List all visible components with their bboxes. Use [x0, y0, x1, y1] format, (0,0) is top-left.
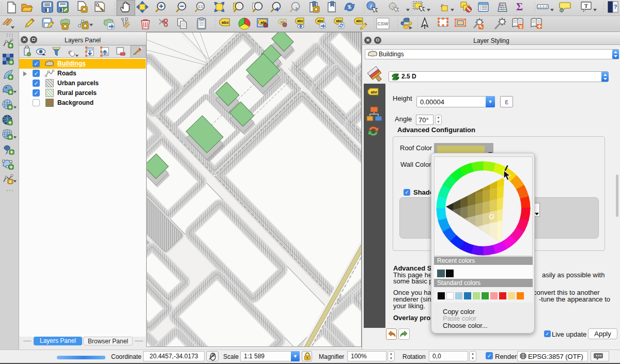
svg-text:1:1: 1:1 [198, 5, 203, 8]
svg-text:ahr: ahr [371, 90, 377, 94]
svg-text:Σ: Σ [516, 1, 523, 12]
svg-text:CSW: CSW [378, 21, 389, 26]
svg-text:?: ? [614, 4, 617, 10]
svg-text:T: T [584, 3, 588, 9]
